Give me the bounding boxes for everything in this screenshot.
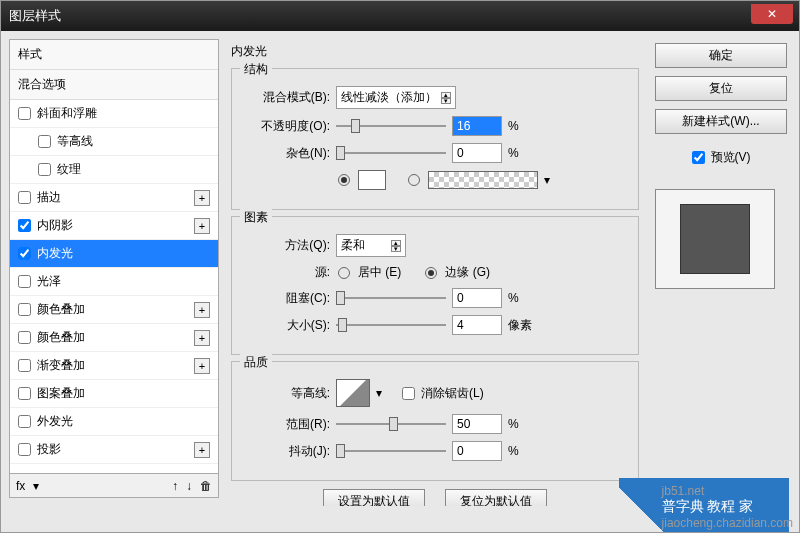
preview-swatch xyxy=(680,204,750,274)
structure-title: 结构 xyxy=(240,61,272,78)
style-label: 描边 xyxy=(37,189,61,206)
structure-group: 结构 混合模式(B): 线性减淡（添加）▴▾ 不透明度(O): 16 % 杂色(… xyxy=(231,68,639,210)
style-item-7[interactable]: 颜色叠加+ xyxy=(10,296,218,324)
dropdown-icon[interactable]: ▾ xyxy=(544,173,550,187)
style-checkbox[interactable] xyxy=(18,331,31,344)
style-label: 投影 xyxy=(37,441,61,458)
style-checkbox[interactable] xyxy=(18,303,31,316)
style-item-11[interactable]: 外发光 xyxy=(10,408,218,436)
dropdown-icon[interactable]: ▾ xyxy=(376,386,382,400)
style-item-6[interactable]: 光泽 xyxy=(10,268,218,296)
arrow-up-icon[interactable]: ↑ xyxy=(172,479,178,493)
noise-unit: % xyxy=(508,146,536,160)
color-swatch[interactable] xyxy=(358,170,386,190)
style-item-8[interactable]: 颜色叠加+ xyxy=(10,324,218,352)
style-checkbox[interactable] xyxy=(18,359,31,372)
opacity-input[interactable]: 16 xyxy=(452,116,502,136)
blending-options-header[interactable]: 混合选项 xyxy=(10,70,218,100)
style-label: 纹理 xyxy=(57,161,81,178)
dialog-body: 样式 混合选项 斜面和浮雕等高线纹理描边+内阴影+内发光光泽颜色叠加+颜色叠加+… xyxy=(1,31,799,506)
size-input[interactable]: 4 xyxy=(452,315,502,335)
style-checkbox[interactable] xyxy=(18,247,31,260)
add-instance-button[interactable]: + xyxy=(194,442,210,458)
new-style-button[interactable]: 新建样式(W)... xyxy=(655,109,787,134)
style-checkbox[interactable] xyxy=(38,163,51,176)
elements-title: 图素 xyxy=(240,209,272,226)
style-label: 内发光 xyxy=(37,245,73,262)
elements-group: 图素 方法(Q): 柔和▴▾ 源: 居中 (E) 边缘 (G) 阻塞(C): 0 xyxy=(231,216,639,355)
antialias-label[interactable]: 消除锯齿(L) xyxy=(421,385,484,402)
style-checkbox[interactable] xyxy=(18,219,31,232)
fx-label[interactable]: fx xyxy=(16,479,25,493)
preview-label[interactable]: 预览(V) xyxy=(711,149,751,166)
style-label: 图案叠加 xyxy=(37,385,85,402)
style-label: 外发光 xyxy=(37,413,73,430)
style-label: 渐变叠加 xyxy=(37,357,85,374)
size-slider[interactable] xyxy=(336,318,446,332)
action-panel: 确定 复位 新建样式(W)... 预览(V) xyxy=(651,39,791,498)
noise-label: 杂色(N): xyxy=(244,145,330,162)
titlebar[interactable]: 图层样式 ✕ xyxy=(1,1,799,31)
style-label: 等高线 xyxy=(57,133,93,150)
range-slider[interactable] xyxy=(336,417,446,431)
style-item-3[interactable]: 描边+ xyxy=(10,184,218,212)
style-item-2[interactable]: 纹理 xyxy=(10,156,218,184)
arrow-down-icon[interactable]: ↓ xyxy=(186,479,192,493)
add-instance-button[interactable]: + xyxy=(194,330,210,346)
style-checkbox[interactable] xyxy=(18,275,31,288)
antialias-checkbox[interactable] xyxy=(402,387,415,400)
noise-input[interactable]: 0 xyxy=(452,143,502,163)
contour-picker[interactable] xyxy=(336,379,370,407)
style-checkbox[interactable] xyxy=(18,387,31,400)
choke-input[interactable]: 0 xyxy=(452,288,502,308)
range-unit: % xyxy=(508,417,536,431)
gradient-swatch[interactable] xyxy=(428,171,538,189)
chevron-down-icon[interactable]: ▾ xyxy=(441,98,451,104)
add-instance-button[interactable]: + xyxy=(194,302,210,318)
jitter-slider[interactable] xyxy=(336,444,446,458)
source-center-radio[interactable] xyxy=(338,267,350,279)
source-center-label[interactable]: 居中 (E) xyxy=(358,264,401,281)
fx-menu-icon[interactable]: ▾ xyxy=(33,479,39,493)
fx-bar: fx ▾ ↑ ↓ 🗑 xyxy=(10,473,218,497)
noise-slider[interactable] xyxy=(336,146,446,160)
style-item-5[interactable]: 内发光 xyxy=(10,240,218,268)
gradient-radio[interactable] xyxy=(408,174,420,186)
add-instance-button[interactable]: + xyxy=(194,358,210,374)
style-item-4[interactable]: 内阴影+ xyxy=(10,212,218,240)
technique-label: 方法(Q): xyxy=(244,237,330,254)
style-label: 颜色叠加 xyxy=(37,301,85,318)
choke-slider[interactable] xyxy=(336,291,446,305)
reset-button[interactable]: 复位 xyxy=(655,76,787,101)
color-radio[interactable] xyxy=(338,174,350,186)
range-input[interactable]: 50 xyxy=(452,414,502,434)
style-checkbox[interactable] xyxy=(18,443,31,456)
style-checkbox[interactable] xyxy=(18,415,31,428)
style-checkbox[interactable] xyxy=(18,107,31,120)
style-item-12[interactable]: 投影+ xyxy=(10,436,218,464)
style-item-9[interactable]: 渐变叠加+ xyxy=(10,352,218,380)
source-edge-radio[interactable] xyxy=(425,267,437,279)
trash-icon[interactable]: 🗑 xyxy=(200,479,212,493)
preview-checkbox[interactable] xyxy=(692,151,705,164)
jitter-unit: % xyxy=(508,444,536,458)
style-item-0[interactable]: 斜面和浮雕 xyxy=(10,100,218,128)
ok-button[interactable]: 确定 xyxy=(655,43,787,68)
add-instance-button[interactable]: + xyxy=(194,218,210,234)
style-checkbox[interactable] xyxy=(18,191,31,204)
jitter-input[interactable]: 0 xyxy=(452,441,502,461)
style-label: 内阴影 xyxy=(37,217,73,234)
style-checkbox[interactable] xyxy=(38,135,51,148)
styles-header[interactable]: 样式 xyxy=(10,40,218,70)
range-label: 范围(R): xyxy=(244,416,330,433)
opacity-slider[interactable] xyxy=(336,119,446,133)
close-button[interactable]: ✕ xyxy=(751,4,793,24)
style-item-10[interactable]: 图案叠加 xyxy=(10,380,218,408)
watermark-text: jb51.net 普字典 教程 家 jiaocheng.chazidian.co… xyxy=(662,484,793,530)
technique-select[interactable]: 柔和▴▾ xyxy=(336,234,406,257)
choke-label: 阻塞(C): xyxy=(244,290,330,307)
style-item-1[interactable]: 等高线 xyxy=(10,128,218,156)
blend-mode-select[interactable]: 线性减淡（添加）▴▾ xyxy=(336,86,456,109)
source-edge-label[interactable]: 边缘 (G) xyxy=(445,264,490,281)
add-instance-button[interactable]: + xyxy=(194,190,210,206)
